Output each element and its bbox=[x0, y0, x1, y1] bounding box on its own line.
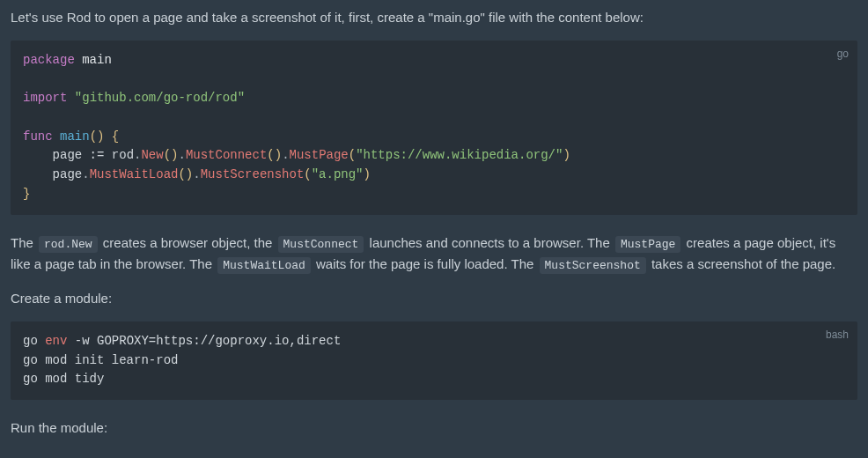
meth-mustscreenshot: MustScreenshot bbox=[201, 167, 305, 181]
text: waits for the page is fully loaded. The bbox=[313, 256, 538, 271]
run-module-paragraph: Run the module: bbox=[11, 417, 857, 439]
paren-open: ( bbox=[304, 167, 311, 181]
dot: . bbox=[282, 148, 289, 162]
code-line: package main bbox=[23, 51, 845, 70]
inline-code-mustscreenshot: MustScreenshot bbox=[540, 257, 646, 274]
text: launches and connects to a browser. The bbox=[365, 235, 614, 250]
inline-code-rod-new: rod.New bbox=[39, 236, 98, 253]
meth-mustconnect: MustConnect bbox=[186, 148, 267, 162]
code-block-bash: bash go env -w GOPROXY=https://goproxy.i… bbox=[11, 321, 857, 400]
text: takes a screenshot of the page. bbox=[648, 256, 835, 271]
var-page: page bbox=[53, 167, 83, 181]
brace-close: } bbox=[23, 187, 30, 201]
paren: () bbox=[178, 167, 193, 181]
cmd-tidy: go mod tidy bbox=[23, 372, 104, 386]
kw-func: func bbox=[23, 129, 53, 144]
text: creates a browser object, the bbox=[99, 235, 276, 250]
create-module-paragraph: Create a module: bbox=[11, 288, 857, 309]
paren: () bbox=[90, 129, 105, 144]
code-line: } bbox=[23, 185, 845, 204]
explanation-paragraph: The rod.New creates a browser object, th… bbox=[11, 233, 857, 277]
op-assign: := bbox=[82, 148, 112, 162]
ident-rod: rod bbox=[112, 148, 134, 162]
paren: () bbox=[164, 148, 179, 162]
dot: . bbox=[178, 148, 185, 162]
code-line: go mod tidy bbox=[23, 370, 845, 389]
indent bbox=[23, 167, 53, 181]
code-blank bbox=[23, 108, 845, 128]
code-line: import "github.com/go-rod/rod" bbox=[23, 89, 845, 108]
kw-package: package bbox=[23, 53, 75, 67]
dot: . bbox=[193, 167, 200, 181]
inline-code-mustwaitload: MustWaitLoad bbox=[217, 257, 311, 274]
meth-mustwaitload: MustWaitLoad bbox=[90, 167, 179, 181]
paren: () bbox=[267, 148, 282, 162]
code-lang-label: bash bbox=[826, 327, 849, 344]
code-block-go: go package main import "github.com/go-ro… bbox=[11, 41, 857, 215]
intro-paragraph: Let's use Rod to open a page and take a … bbox=[11, 7, 857, 28]
indent bbox=[23, 148, 53, 162]
code-line: page := rod.New().MustConnect().MustPage… bbox=[23, 146, 845, 166]
code-blank bbox=[23, 70, 845, 90]
code-line: go env -w GOPROXY=https://goproxy.io,dir… bbox=[23, 332, 845, 351]
code-lang-label: go bbox=[837, 46, 849, 63]
kw-import: import bbox=[23, 91, 67, 105]
code-line: page.MustWaitLoad().MustScreenshot("a.pn… bbox=[23, 166, 845, 185]
cmd-init: go mod init learn-rod bbox=[23, 353, 178, 367]
paren-close: ) bbox=[364, 167, 371, 181]
str-png: "a.png" bbox=[312, 167, 364, 181]
code-line: go mod init learn-rod bbox=[23, 351, 845, 371]
cmd-args: -w GOPROXY=https://goproxy.io,direct bbox=[67, 334, 341, 348]
text: The bbox=[11, 235, 37, 250]
pkg-main: main bbox=[75, 53, 112, 67]
paren-open: ( bbox=[349, 148, 356, 162]
import-path: "github.com/go-rod/rod" bbox=[67, 91, 245, 105]
var-page: page bbox=[53, 148, 83, 162]
cmd-env: env bbox=[45, 334, 67, 348]
code-line: func main() { bbox=[23, 128, 845, 147]
inline-code-mustconnect: MustConnect bbox=[278, 236, 364, 253]
cmd-go: go bbox=[23, 334, 45, 348]
brace-open: { bbox=[104, 129, 119, 144]
meth-mustpage: MustPage bbox=[290, 148, 349, 162]
str-url: "https://www.wikipedia.org/" bbox=[356, 148, 563, 162]
document-page: Let's use Rod to open a page and take a … bbox=[0, 0, 868, 458]
inline-code-mustpage: MustPage bbox=[615, 236, 680, 253]
dot: . bbox=[82, 167, 89, 181]
paren-close: ) bbox=[563, 148, 570, 162]
meth-new: New bbox=[141, 148, 163, 162]
fn-main: main bbox=[53, 129, 90, 144]
